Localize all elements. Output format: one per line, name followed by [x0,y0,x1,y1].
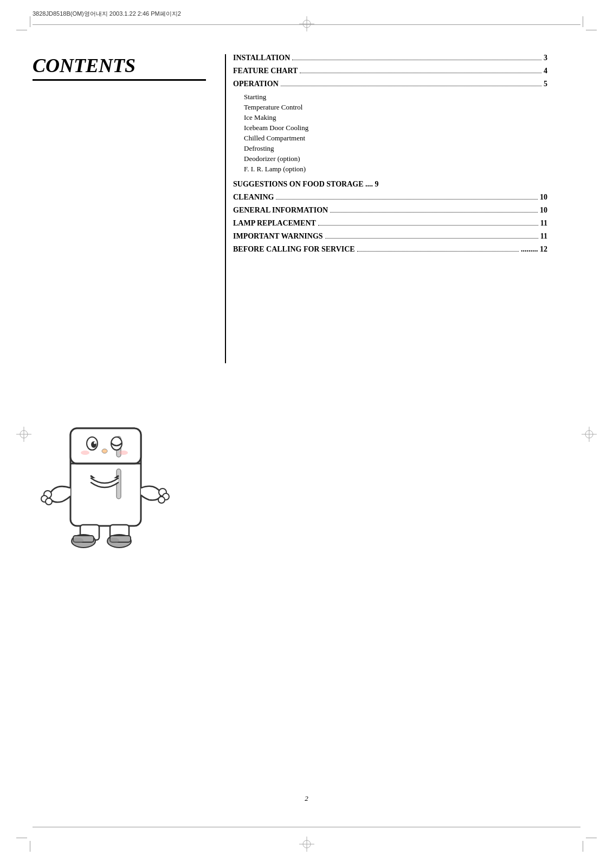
table-of-contents: INSTALLATION 3 FEATURE CHART 4 OPERATION… [233,52,547,258]
toc-dots [330,212,538,213]
column-divider [225,54,226,363]
toc-dots [292,60,541,60]
toc-label: IMPORTANT WARNINGS [233,232,323,241]
svg-point-21 [102,449,107,453]
toc-label: CLEANING [233,193,274,202]
toc-label: Chilled Compartment [244,134,305,143]
trim-mark [586,30,597,30]
toc-label: BEFORE CALLING FOR SERVICE [233,245,355,254]
toc-dots [281,86,541,86]
svg-point-36 [81,451,89,455]
toc-entry-starting: Starting [233,93,547,101]
svg-point-34 [73,538,83,543]
toc-dots [300,73,541,73]
header-rule [33,24,580,25]
toc-label: OPERATION [233,80,279,88]
toc-entry-before-calling: BEFORE CALLING FOR SERVICE ......... 12 [233,245,547,254]
toc-entry-ice-making: Ice Making [233,113,547,122]
toc-label: LAMP REPLACEMENT [233,219,316,228]
trim-mark [583,841,583,852]
registration-mark-bottom [299,837,314,852]
trim-mark [16,838,27,838]
registration-mark-top [299,16,314,31]
trim-mark [16,30,27,30]
document-meta: 3828JD8518B(OM)영어내지 2003.1.22 2:46 PM페이지… [33,10,181,18]
toc-label: Ice Making [244,113,276,122]
toc-page: ......... 12 [521,245,547,254]
toc-entry-fir-lamp: F. I. R. Lamp (option) [233,165,547,173]
toc-label: GENERAL INFORMATION [233,206,328,215]
svg-point-24 [46,498,52,505]
toc-label: INSTALLATION [233,54,290,62]
svg-point-27 [158,497,165,503]
trim-mark [586,838,597,838]
toc-entry-icebeam: Icebeam Door Cooling [233,124,547,132]
svg-rect-13 [70,428,141,464]
toc-dots [318,225,538,226]
toc-dots [325,238,538,239]
toc-entry-lamp-replacement: LAMP REPLACEMENT 11 [233,219,547,228]
toc-entry-feature-chart: FEATURE CHART 4 [233,67,547,75]
toc-page: 5 [544,80,547,88]
toc-label: Icebeam Door Cooling [244,124,308,132]
toc-label: Temperature Control [244,103,302,112]
toc-page: 4 [544,67,547,75]
trim-mark [583,16,583,27]
toc-entry-deodorizer: Deodorizer (option) [233,155,547,163]
toc-dots [357,251,519,252]
toc-page: 11 [540,219,547,228]
svg-point-37 [119,451,128,455]
toc-entry-cleaning: CLEANING 10 [233,193,547,202]
toc-entry-defrosting: Defrosting [233,144,547,153]
toc-label: Deodorizer (option) [244,155,300,163]
toc-page: 10 [540,193,547,202]
trim-mark [30,16,30,27]
toc-page: 10 [540,206,547,215]
toc-label: Starting [244,93,266,101]
registration-mark-left [16,427,31,442]
document-page: 3828JD8518B(OM)영어내지 2003.1.22 2:46 PM페이지… [0,0,613,868]
toc-label: F. I. R. Lamp (option) [244,165,306,173]
toc-label: SUGGESTIONS ON FOOD STORAGE .... 9 [233,180,379,189]
toc-page: 3 [544,54,547,62]
page-title: CONTENTS [33,54,206,81]
toc-entry-operation: OPERATION 5 [233,80,547,88]
toc-label: FEATURE CHART [233,67,298,75]
toc-entry-installation: INSTALLATION 3 [233,54,547,62]
footer-rule [33,827,580,827]
trim-mark [30,841,30,852]
toc-entry-important-warnings: IMPORTANT WARNINGS 11 [233,232,547,241]
page-number: 2 [305,794,308,803]
toc-dots [276,199,538,200]
toc-entry-suggestions: SUGGESTIONS ON FOOD STORAGE .... 9 [233,180,547,189]
toc-page: 11 [540,232,547,241]
mascot-illustration [33,412,173,564]
toc-label: Defrosting [244,144,274,153]
toc-entry-temp-control: Temperature Control [233,103,547,112]
toc-entry-chilled: Chilled Compartment [233,134,547,143]
svg-point-19 [94,442,96,444]
svg-point-35 [108,538,119,543]
registration-mark-right [582,427,597,442]
toc-entry-general-info: GENERAL INFORMATION 10 [233,206,547,215]
